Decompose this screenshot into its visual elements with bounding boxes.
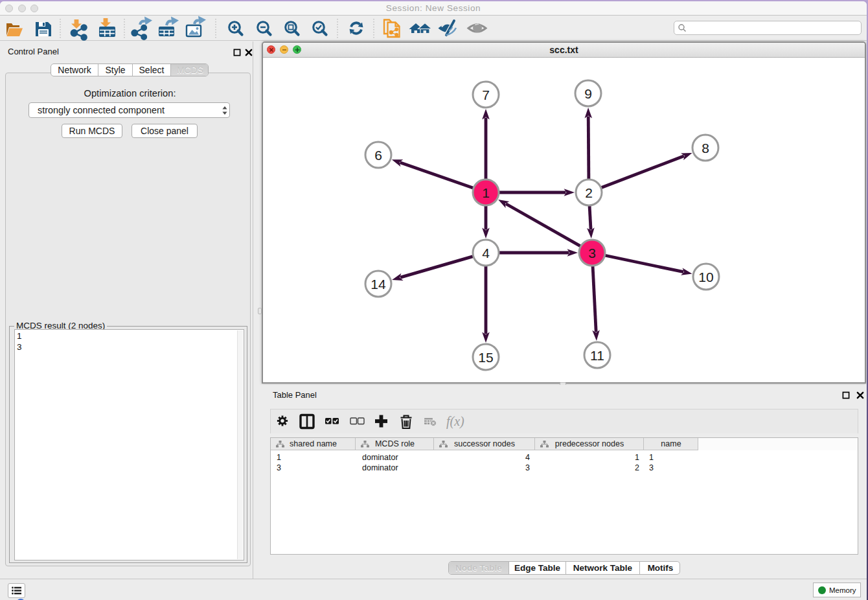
svg-text:14: 14 <box>371 277 386 292</box>
svg-text:4: 4 <box>482 246 490 260</box>
svg-text:1: 1 <box>482 185 490 200</box>
svg-text:15: 15 <box>478 350 493 365</box>
svg-text:6: 6 <box>374 148 382 163</box>
svg-text:7: 7 <box>482 87 490 102</box>
svg-text:8: 8 <box>702 141 709 156</box>
svg-text:11: 11 <box>590 348 604 363</box>
svg-text:f(x): f(x) <box>446 414 464 429</box>
svg-text:10: 10 <box>698 270 713 284</box>
svg-text:2: 2 <box>585 185 593 200</box>
svg-text:9: 9 <box>584 86 592 101</box>
svg-text:3: 3 <box>588 246 596 260</box>
